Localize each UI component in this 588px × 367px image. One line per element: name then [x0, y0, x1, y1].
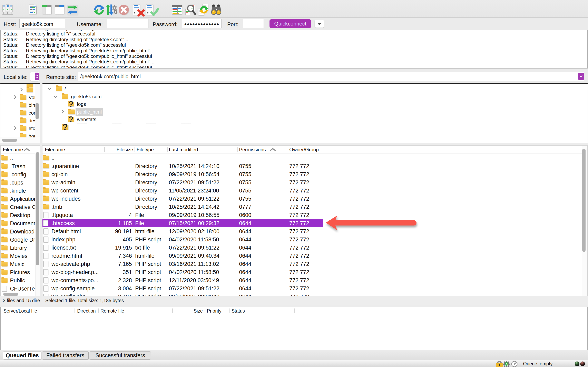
- svg-text:A: A: [505, 362, 508, 366]
